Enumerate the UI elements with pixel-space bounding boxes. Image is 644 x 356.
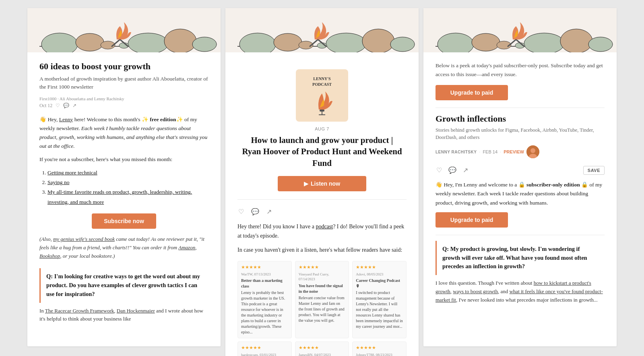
podcast-image: LENNY'S PODCAST	[296, 69, 348, 122]
card1-lenny-link[interactable]: Lenny	[59, 116, 73, 122]
svg-point-5	[192, 37, 217, 52]
card1-footer-end: , or your local bookstore.)	[60, 253, 115, 259]
card3-divider-2	[436, 235, 605, 235]
card1-list-item-1[interactable]: Getting more technical	[47, 170, 97, 176]
card1-intro-free: free edition	[150, 116, 176, 122]
review-5: ★★★★★ JamesBN, 04/07/2023 Nothing compar…	[295, 342, 349, 356]
subscribe-button[interactable]: Subscribe now	[92, 213, 156, 229]
review-2-meta: Vineyard Paul Curry, 07/14/2023	[299, 272, 346, 282]
card3-preview-badge: PREVIEW	[504, 149, 524, 154]
card1-question: Q: I'm looking for creative ways to get …	[46, 272, 203, 298]
svg-point-30	[560, 29, 592, 52]
review-3-title: Career Changing Podcast 🎙	[356, 278, 403, 289]
review-1-title: Better than a marketing class	[241, 278, 288, 289]
card2-title: How to launch and grow your product | Ry…	[237, 135, 407, 169]
review-3-text: I switched to product management because…	[356, 290, 403, 329]
card3-save-button[interactable]: SAVE	[583, 166, 605, 175]
share-icon[interactable]: ↗	[72, 103, 76, 109]
card1-intro: 👋 Hey, Lenny here! Welcome to this month…	[39, 115, 208, 151]
card3-upgrade-button-2[interactable]: Upgrade to paid	[436, 212, 508, 228]
review-3-stars: ★★★★★	[356, 264, 403, 270]
review-6-meta: JohnnyT788, 08/23/2023	[356, 352, 403, 356]
card1-dan-link[interactable]: Dan Hockenmaier	[117, 308, 155, 314]
svg-point-15	[390, 37, 415, 52]
card3-author: LENNY RACHITSKY	[436, 150, 477, 154]
svg-point-12	[274, 33, 302, 51]
card1-list: Getting more technical Saying no My all-…	[47, 168, 208, 207]
card3-share-button[interactable]: ↗	[462, 166, 469, 175]
reviews-grid: ★★★★★ WarTW, 07/13/2023 Better than a ma…	[237, 261, 407, 356]
card-2: LENNY'S PODCAST AUG 7 How to launch and …	[225, 8, 419, 356]
podcast-image-container: LENNY'S PODCAST	[237, 69, 407, 122]
card1-question-block: Q: I'm looking for creative ways to get …	[39, 268, 208, 302]
svg-point-29	[524, 33, 564, 52]
card3-question-block: Q: My product is growing, but slowly. I'…	[436, 241, 605, 275]
svg-point-2	[76, 33, 104, 51]
listen-button[interactable]: ▶ Listen now	[278, 176, 366, 191]
card2-share-button[interactable]: ↗	[266, 207, 272, 216]
card3-intro-text: 👋 Hey, I'm Lenny and welcome to a 🔒 subs…	[436, 180, 605, 207]
review-1-text: Lenny is probably the best growth market…	[241, 290, 288, 335]
card3-body: Below is a peek at today's paid subscrib…	[423, 52, 617, 346]
card2-body: LENNY'S PODCAST AUG 7 How to launch and …	[225, 52, 419, 356]
review-4-stars: ★★★★★	[241, 345, 288, 351]
svg-point-28	[472, 33, 500, 51]
card2-divider	[237, 199, 407, 200]
card3-upgrade-button-1[interactable]: Upgrade to paid	[436, 85, 508, 100]
review-5-stars: ★★★★★	[299, 345, 346, 351]
card2-heart-button[interactable]: ♡	[237, 207, 245, 216]
heart-icon[interactable]: ♡	[56, 103, 60, 109]
card1-meta-row: Oct 12 ♡ 💬 ↗	[39, 103, 208, 109]
review-1-stars: ★★★★★	[241, 264, 288, 270]
svg-point-27	[438, 33, 474, 52]
card1-amazon-link[interactable]: Amazon	[178, 244, 195, 250]
card3-divider-1	[436, 108, 605, 108]
card1-footer: (Also, my genius wife's second book came…	[39, 235, 208, 260]
svg-point-1	[41, 33, 78, 52]
review-4: ★★★★★ hardestcum, 03/01/2023 Not just fo…	[237, 342, 292, 356]
card2-comment-button[interactable]: 💬	[250, 207, 260, 216]
card1-subtitle: A motherload of growth inspiration by gu…	[39, 75, 208, 91]
review-6-stars: ★★★★★	[356, 345, 403, 351]
card1-footer-sep: ,	[195, 244, 196, 250]
card3-date: FEB 14	[483, 149, 497, 154]
card1-list-item-3[interactable]: My all-time favorite reads on product, g…	[47, 189, 192, 205]
card3-section-title: Growth inflections	[436, 114, 605, 124]
svg-rect-23	[320, 110, 324, 112]
review-1-meta: WarTW, 07/13/2023	[241, 272, 288, 277]
card1-title: 60 ideas to boost your growth	[39, 61, 208, 72]
review-4-meta: hardestcum, 03/01/2023	[241, 352, 288, 356]
svg-point-3	[128, 33, 168, 52]
card1-answer: In The Racecar Growth Framework, Dan Hoc…	[39, 307, 208, 324]
card3-boost-link[interactable]: ways to boost growth	[453, 288, 498, 294]
comment-icon[interactable]: 💬	[63, 103, 69, 109]
review-1: ★★★★★ WarTW, 07/13/2023 Better than a ma…	[237, 261, 292, 338]
card-1: 60 ideas to boost your growth A motherlo…	[27, 8, 221, 346]
card1-footer-book-link[interactable]: my genius wife's second book	[53, 236, 115, 242]
svg-text:LENNY'S: LENNY'S	[313, 77, 331, 81]
svg-point-4	[164, 29, 196, 52]
review-3-meta: Adovi, 08/05/2023	[356, 272, 403, 277]
card3-peek-text: Below is a peek at today's paid subscrib…	[436, 61, 605, 79]
svg-text:PODCAST: PODCAST	[312, 82, 332, 87]
card1-racecar-link[interactable]: The Racecar Growth Framework	[45, 308, 114, 314]
card1-list-item-2[interactable]: Saying no	[47, 179, 69, 185]
card1-intro-mid: here! Welcome to this month's ✨	[73, 116, 150, 122]
review-6: ★★★★★ JohnnyT788, 08/23/2023 Lenny insig…	[352, 342, 407, 356]
svg-point-13	[326, 33, 366, 52]
card2-body-p1: Hey there! Did you know I have a podcast…	[237, 222, 407, 240]
listen-btn-label: Listen now	[311, 180, 340, 187]
card3-heart-button[interactable]: ♡	[436, 166, 443, 175]
review-2-text: Relevant concise value from Master Lenny…	[299, 295, 346, 323]
card1-author: First1000 · Ali Abouelatta and Lenny Rac…	[39, 96, 208, 101]
card3-illustration	[423, 8, 617, 52]
card3-comment-button[interactable]: 💬	[448, 166, 457, 175]
card3-question: Q: My product is growing, but slowly. I'…	[442, 245, 599, 271]
card1-bookshop-link[interactable]: Bookshop	[39, 253, 60, 259]
card3-answer: I love this question. Though I've writte…	[436, 279, 605, 304]
podcast-link[interactable]: podcast	[316, 224, 333, 230]
card1-date: Oct 12	[39, 103, 52, 109]
card1-illustration	[27, 8, 221, 52]
svg-point-31	[588, 37, 613, 52]
svg-point-37	[530, 148, 535, 153]
